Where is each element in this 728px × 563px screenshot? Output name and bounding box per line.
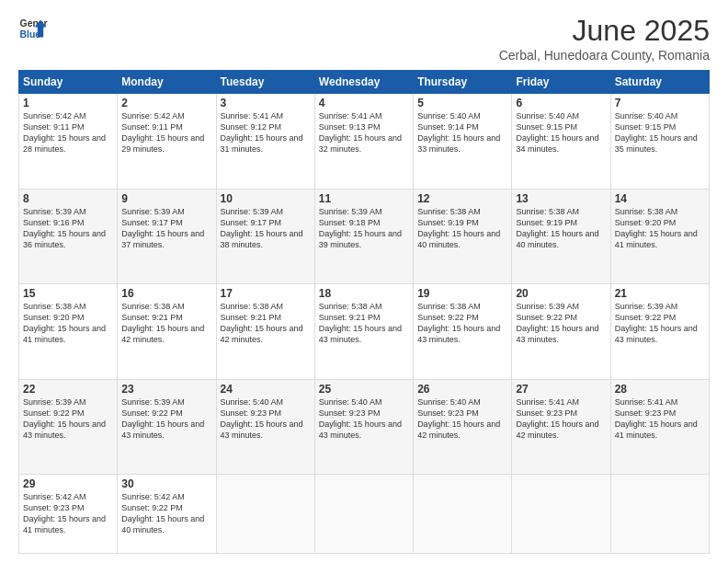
- table-row: 15Sunrise: 5:38 AMSunset: 9:20 PMDayligh…: [19, 284, 118, 380]
- table-row: 23Sunrise: 5:39 AMSunset: 9:22 PMDayligh…: [118, 379, 216, 475]
- main-title: June 2025: [499, 14, 710, 48]
- table-row: 8Sunrise: 5:39 AMSunset: 9:16 PMDaylight…: [19, 189, 118, 284]
- header-sunday: Sunday: [19, 71, 118, 94]
- table-row: 26Sunrise: 5:40 AMSunset: 9:23 PMDayligh…: [414, 379, 512, 475]
- table-row: 27Sunrise: 5:41 AMSunset: 9:23 PMDayligh…: [512, 379, 610, 475]
- table-row: 10Sunrise: 5:39 AMSunset: 9:17 PMDayligh…: [216, 189, 314, 284]
- header: General Blue General Blue June 2025 Cerb…: [18, 14, 710, 63]
- table-row: 22Sunrise: 5:39 AMSunset: 9:22 PMDayligh…: [19, 379, 118, 475]
- table-row: 16Sunrise: 5:38 AMSunset: 9:21 PMDayligh…: [118, 284, 216, 380]
- subtitle: Cerbal, Hunedoara County, Romania: [499, 48, 710, 63]
- table-row: 1Sunrise: 5:42 AMSunset: 9:11 PMDaylight…: [19, 94, 118, 190]
- page: General Blue General Blue June 2025 Cerb…: [0, 0, 728, 563]
- logo: General Blue General Blue: [18, 14, 48, 43]
- table-row: 3Sunrise: 5:41 AMSunset: 9:12 PMDaylight…: [216, 94, 314, 190]
- table-row: 18Sunrise: 5:38 AMSunset: 9:21 PMDayligh…: [314, 284, 413, 380]
- table-row: [610, 475, 709, 554]
- table-row: [512, 475, 610, 554]
- table-row: 9Sunrise: 5:39 AMSunset: 9:17 PMDaylight…: [118, 189, 216, 284]
- table-row: 2Sunrise: 5:42 AMSunset: 9:11 PMDaylight…: [118, 94, 216, 190]
- table-row: 11Sunrise: 5:39 AMSunset: 9:18 PMDayligh…: [314, 189, 413, 284]
- table-row: 19Sunrise: 5:38 AMSunset: 9:22 PMDayligh…: [414, 284, 512, 380]
- table-row: 28Sunrise: 5:41 AMSunset: 9:23 PMDayligh…: [610, 379, 709, 475]
- table-row: 5Sunrise: 5:40 AMSunset: 9:14 PMDaylight…: [414, 94, 512, 190]
- header-friday: Friday: [512, 71, 610, 94]
- header-tuesday: Tuesday: [216, 71, 314, 94]
- table-row: 13Sunrise: 5:38 AMSunset: 9:19 PMDayligh…: [512, 189, 610, 284]
- table-row: 20Sunrise: 5:39 AMSunset: 9:22 PMDayligh…: [512, 284, 610, 380]
- table-row: [314, 475, 413, 554]
- table-row: 14Sunrise: 5:38 AMSunset: 9:20 PMDayligh…: [610, 189, 709, 284]
- header-monday: Monday: [118, 71, 216, 94]
- table-row: 17Sunrise: 5:38 AMSunset: 9:21 PMDayligh…: [216, 284, 314, 380]
- table-row: 6Sunrise: 5:40 AMSunset: 9:15 PMDaylight…: [512, 94, 610, 190]
- table-row: 24Sunrise: 5:40 AMSunset: 9:23 PMDayligh…: [216, 379, 314, 475]
- table-row: 7Sunrise: 5:40 AMSunset: 9:15 PMDaylight…: [610, 94, 709, 190]
- logo-icon: General Blue: [18, 14, 48, 43]
- calendar-table: Sunday Monday Tuesday Wednesday Thursday…: [18, 70, 710, 554]
- table-row: [216, 475, 314, 554]
- header-wednesday: Wednesday: [314, 71, 413, 94]
- calendar-header-row: Sunday Monday Tuesday Wednesday Thursday…: [19, 71, 710, 94]
- title-block: June 2025 Cerbal, Hunedoara County, Roma…: [499, 14, 710, 63]
- table-row: 12Sunrise: 5:38 AMSunset: 9:19 PMDayligh…: [414, 189, 512, 284]
- header-thursday: Thursday: [414, 71, 512, 94]
- table-row: 25Sunrise: 5:40 AMSunset: 9:23 PMDayligh…: [314, 379, 413, 475]
- header-saturday: Saturday: [610, 71, 709, 94]
- table-row: [414, 475, 512, 554]
- table-row: 4Sunrise: 5:41 AMSunset: 9:13 PMDaylight…: [314, 94, 413, 190]
- table-row: 29Sunrise: 5:42 AMSunset: 9:23 PMDayligh…: [19, 475, 118, 554]
- table-row: 21Sunrise: 5:39 AMSunset: 9:22 PMDayligh…: [610, 284, 709, 380]
- table-row: 30Sunrise: 5:42 AMSunset: 9:22 PMDayligh…: [118, 475, 216, 554]
